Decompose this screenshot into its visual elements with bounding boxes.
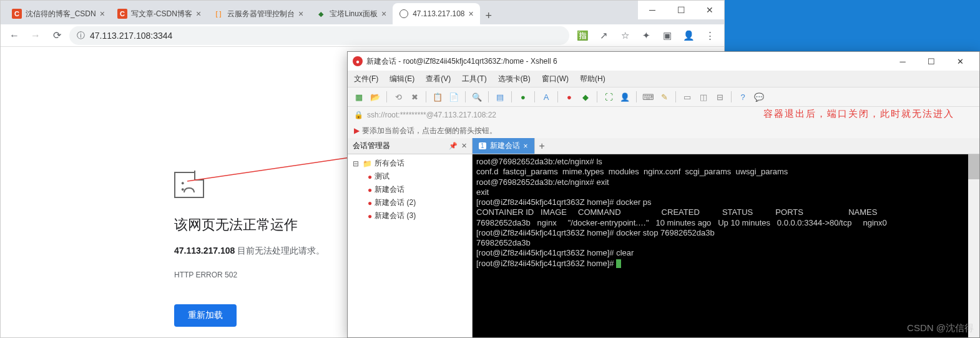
menu-tools[interactable]: 工具(T) bbox=[462, 74, 486, 84]
share-icon[interactable]: ↗ bbox=[594, 26, 613, 45]
tab-close-icon[interactable]: × bbox=[196, 9, 201, 19]
translate-icon[interactable]: 🈯 bbox=[573, 26, 592, 45]
back-button[interactable]: ← bbox=[6, 27, 23, 44]
terminal-tab-active[interactable]: 1 新建会话 × bbox=[473, 138, 534, 154]
terminal-tab-close-icon[interactable]: × bbox=[524, 142, 528, 151]
term-line: 76982652da3b bbox=[476, 238, 531, 247]
xshell-ssh-bar[interactable]: 🔒 ssh://root:*********@47.113.217.108:22… bbox=[348, 107, 979, 123]
reconnect-icon[interactable]: ⟲ bbox=[392, 91, 404, 103]
tab-csdn-write[interactable]: C 写文章-CSDN博客 × bbox=[111, 3, 207, 24]
xshell-toolbar: ▦ 📂 ⟲ ✖ 📋 📄 🔍 ▤ ● A ● ◆ ⛶ 👤 ⌨ ✎ ▭ ◫ ⊟ ? … bbox=[348, 87, 979, 107]
profile-icon[interactable]: 👤 bbox=[679, 26, 698, 45]
terminal-area: 1 新建会话 × + root@76982652da3b:/etc/nginx#… bbox=[473, 138, 979, 337]
tab-bt-panel[interactable]: ◆ 宝塔Linux面板 × bbox=[310, 3, 393, 24]
layout3-icon[interactable]: ⊟ bbox=[713, 91, 726, 103]
term-line: root@76982652da3b:/etc/nginx# exit bbox=[476, 177, 609, 187]
forward-button[interactable]: → bbox=[27, 27, 44, 44]
tree-root[interactable]: ⊟ 📁 所有会话 bbox=[350, 157, 469, 170]
chat-icon[interactable]: 💬 bbox=[753, 91, 765, 103]
session-item[interactable]: ● 新建会话 bbox=[350, 183, 469, 196]
font-icon[interactable]: A bbox=[540, 91, 552, 103]
url-input[interactable]: ⓘ 47.113.217.108:3344 bbox=[69, 26, 569, 45]
tab-title: 47.113.217.108 bbox=[413, 9, 464, 18]
pin-icon[interactable]: 📌 bbox=[449, 142, 458, 150]
lock-icon: 🔒 bbox=[354, 111, 363, 119]
disconnect-icon[interactable]: ✖ bbox=[408, 91, 421, 103]
extensions-icon[interactable]: ✦ bbox=[637, 26, 655, 45]
terminal-cursor bbox=[616, 259, 621, 268]
xshell-window-controls: ─ ☐ ✕ bbox=[888, 52, 974, 71]
keyboard-icon[interactable]: ⌨ bbox=[642, 91, 654, 103]
menu-edit[interactable]: 编辑(E) bbox=[390, 74, 414, 84]
scrollbar-thumb[interactable] bbox=[968, 154, 979, 179]
new-session-icon[interactable]: ▦ bbox=[353, 91, 365, 103]
reload-page-button[interactable]: 重新加载 bbox=[174, 304, 237, 327]
bookmark-star-icon[interactable]: ☆ bbox=[615, 26, 634, 45]
reload-button[interactable]: ⟳ bbox=[48, 27, 66, 44]
browser-close[interactable]: ✕ bbox=[695, 1, 724, 19]
tab-ip-page[interactable]: 47.113.217.108 × bbox=[393, 3, 480, 24]
color-icon[interactable]: ● bbox=[517, 91, 529, 103]
session-label: 新建会话 (2) bbox=[375, 197, 416, 208]
tab-close-icon[interactable]: × bbox=[469, 9, 474, 19]
menu-help[interactable]: 帮助(H) bbox=[580, 74, 605, 84]
address-bar: ← → ⟳ ⓘ 47.113.217.108:3344 🈯 ↗ ☆ ✦ ▣ 👤 … bbox=[1, 24, 724, 47]
fullscreen-icon[interactable]: ⛶ bbox=[602, 91, 615, 103]
copy-icon[interactable]: 📋 bbox=[431, 91, 444, 103]
search-icon[interactable]: 🔍 bbox=[471, 91, 483, 103]
new-tab-button[interactable]: + bbox=[480, 7, 497, 24]
tab-cloud-console[interactable]: [ ] 云服务器管理控制台 × bbox=[207, 3, 310, 24]
site-info-icon[interactable]: ⓘ bbox=[77, 30, 85, 41]
session-tree: ⊟ 📁 所有会话 ● 测试 ● 新建会话 ● 新建会话 (2) ● bbox=[348, 154, 472, 225]
sm-title: 会话管理器 bbox=[353, 141, 390, 151]
highlight-icon[interactable]: ✎ bbox=[658, 91, 670, 103]
browser-tabs: C 沈信得的博客_CSDN × C 写文章-CSDN博客 × [ ] 云服务器管… bbox=[1, 1, 724, 24]
help-icon[interactable]: ? bbox=[737, 91, 749, 103]
error-detail-text: 目前无法处理此请求。 bbox=[235, 246, 325, 256]
properties-icon[interactable]: ▤ bbox=[494, 91, 506, 103]
menu-file[interactable]: 文件(F) bbox=[354, 74, 378, 84]
session-item[interactable]: ● 新建会话 (2) bbox=[350, 196, 469, 209]
session-manager-header: 会话管理器 📌 ✕ bbox=[348, 138, 472, 154]
menu-window[interactable]: 窗口(W) bbox=[542, 74, 569, 84]
terminal-scrollbar[interactable] bbox=[968, 154, 979, 337]
xshell-maximize[interactable]: ☐ bbox=[917, 52, 946, 71]
menu-tabs[interactable]: 选项卡(B) bbox=[498, 74, 531, 84]
xshell-close[interactable]: ✕ bbox=[946, 52, 974, 71]
tab-close-icon[interactable]: × bbox=[100, 9, 105, 19]
tip-text: 要添加当前会话，点击左侧的箭头按钮。 bbox=[362, 126, 497, 136]
sidepanel-icon[interactable]: ▣ bbox=[658, 26, 677, 45]
term-line: CONTAINER ID IMAGE COMMAND CREATED STATU… bbox=[476, 207, 877, 217]
session-icon: ● bbox=[368, 212, 372, 221]
session-a-icon[interactable]: ● bbox=[563, 91, 576, 103]
session-label: 新建会话 bbox=[375, 184, 404, 195]
layout1-icon[interactable]: ▭ bbox=[681, 91, 693, 103]
terminal-tab-label: 新建会话 bbox=[490, 141, 520, 151]
xshell-minimize[interactable]: ─ bbox=[888, 52, 917, 71]
panel-close-icon[interactable]: ✕ bbox=[461, 142, 467, 150]
session-label: 测试 bbox=[375, 171, 390, 182]
session-item[interactable]: ● 新建会话 (3) bbox=[350, 209, 469, 222]
xshell-title-text: 新建会话 - root@iZf8z4ii45kfjc41qrt363Z:/hom… bbox=[366, 56, 557, 67]
terminal-new-tab[interactable]: + bbox=[534, 138, 549, 154]
layout2-icon[interactable]: ◫ bbox=[697, 91, 710, 103]
user-icon[interactable]: 👤 bbox=[619, 91, 631, 103]
url-text: 47.113.217.108:3344 bbox=[90, 31, 172, 41]
tab-close-icon[interactable]: × bbox=[381, 9, 386, 19]
browser-minimize[interactable]: ─ bbox=[638, 1, 667, 19]
tab-close-icon[interactable]: × bbox=[298, 9, 303, 19]
browser-maximize[interactable]: ☐ bbox=[667, 1, 695, 19]
term-line: [root@iZf8z4ii45kfjc41qrt363Z home]# bbox=[476, 259, 616, 268]
tab-csdn-blog[interactable]: C 沈信得的博客_CSDN × bbox=[6, 3, 111, 24]
session-b-icon[interactable]: ◆ bbox=[579, 91, 592, 103]
menu-icon[interactable]: ⋮ bbox=[700, 26, 719, 45]
favicon-c-icon: C bbox=[12, 9, 22, 19]
expand-icon[interactable]: ⊟ bbox=[353, 159, 360, 168]
xshell-menubar: 文件(F) 编辑(E) 查看(V) 工具(T) 选项卡(B) 窗口(W) 帮助(… bbox=[348, 71, 979, 87]
terminal-output[interactable]: root@76982652da3b:/etc/nginx# ls conf.d … bbox=[473, 154, 979, 337]
xshell-app-icon: ● bbox=[353, 56, 363, 66]
paste-icon[interactable]: 📄 bbox=[448, 91, 460, 103]
open-icon[interactable]: 📂 bbox=[369, 91, 381, 103]
menu-view[interactable]: 查看(V) bbox=[426, 74, 451, 84]
session-item[interactable]: ● 测试 bbox=[350, 170, 469, 183]
